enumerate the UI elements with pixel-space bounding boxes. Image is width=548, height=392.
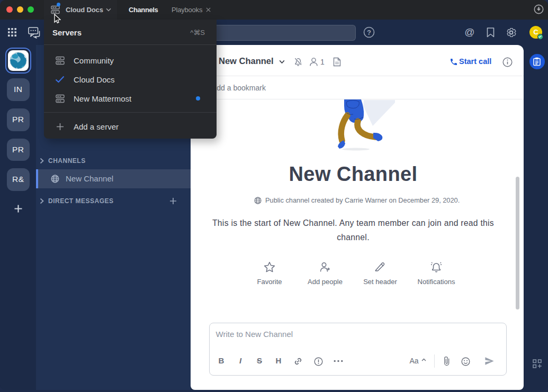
svg-text:?: ?: [367, 29, 371, 37]
svg-text:@: @: [464, 27, 474, 38]
